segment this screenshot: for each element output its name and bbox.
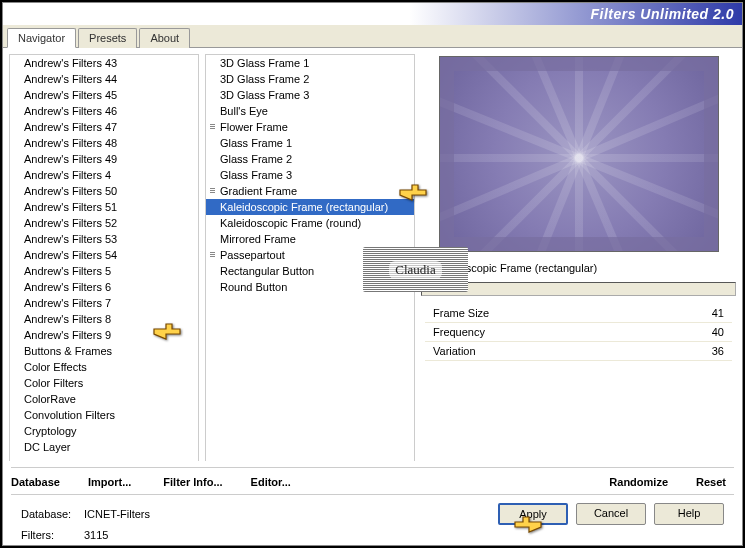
filter-item[interactable]: Gradient Frame: [206, 183, 414, 199]
filter-item[interactable]: Round Button: [206, 279, 414, 295]
import-button[interactable]: Import...: [88, 476, 131, 488]
filter-item[interactable]: Glass Frame 2: [206, 151, 414, 167]
category-item[interactable]: Buttons & Frames: [10, 343, 198, 359]
filter-item[interactable]: Flower Frame: [206, 119, 414, 135]
category-item[interactable]: Andrew's Filters 54: [10, 247, 198, 263]
app-title: Filters Unlimited 2.0: [590, 6, 734, 22]
cancel-button[interactable]: Cancel: [576, 503, 646, 525]
filter-item[interactable]: Rectangular Button: [206, 263, 414, 279]
reset-button[interactable]: Reset: [696, 476, 726, 488]
category-item[interactable]: Andrew's Filters 53: [10, 231, 198, 247]
category-item[interactable]: DC Layer: [10, 439, 198, 455]
category-item[interactable]: Andrew's Filters 51: [10, 199, 198, 215]
param-name: Variation: [433, 345, 476, 357]
filter-item[interactable]: Kaleidoscopic Frame (round): [206, 215, 414, 231]
database-button[interactable]: Database: [11, 476, 60, 488]
status-row-2: Filters: 3115: [11, 529, 734, 545]
param-name: Frame Size: [433, 307, 489, 319]
progress-bar: [421, 282, 736, 296]
main-panel: Andrew's Filters 43Andrew's Filters 44An…: [3, 48, 742, 461]
category-item[interactable]: Andrew's Filters 44: [10, 71, 198, 87]
filter-item[interactable]: Mirrored Frame: [206, 231, 414, 247]
filter-item[interactable]: Kaleidoscopic Frame (rectangular): [206, 199, 414, 215]
param-value: 41: [712, 307, 724, 319]
current-filter-name: Kaleidoscopic Frame (rectangular): [421, 258, 736, 278]
footer-area: Database Import... Filter Info... Editor…: [3, 461, 742, 545]
filter-item[interactable]: Glass Frame 1: [206, 135, 414, 151]
apply-button[interactable]: Apply: [498, 503, 568, 525]
category-item[interactable]: Color Filters: [10, 375, 198, 391]
db-label: Database:: [21, 508, 76, 520]
category-item[interactable]: Andrew's Filters 6: [10, 279, 198, 295]
param-value: 36: [712, 345, 724, 357]
category-item[interactable]: Andrew's Filters 52: [10, 215, 198, 231]
param-row[interactable]: Variation36: [425, 342, 732, 361]
action-row-1: Database Import... Filter Info... Editor…: [11, 472, 734, 492]
tab-presets[interactable]: Presets: [78, 28, 137, 48]
param-row[interactable]: Frame Size41: [425, 304, 732, 323]
category-item[interactable]: Andrew's Filters 50: [10, 183, 198, 199]
app-window: Filters Unlimited 2.0 NavigatorPresetsAb…: [2, 2, 743, 546]
parameter-list: Frame Size41Frequency40Variation36: [421, 300, 736, 461]
category-item[interactable]: Andrew's Filters 45: [10, 87, 198, 103]
category-item[interactable]: Andrew's Filters 43: [10, 55, 198, 71]
filter-list[interactable]: 3D Glass Frame 13D Glass Frame 23D Glass…: [205, 54, 415, 461]
category-item[interactable]: Color Effects: [10, 359, 198, 375]
category-item[interactable]: Andrew's Filters 7: [10, 295, 198, 311]
param-value: 40: [712, 326, 724, 338]
tab-strip: NavigatorPresetsAbout: [3, 25, 742, 48]
filter-item[interactable]: 3D Glass Frame 1: [206, 55, 414, 71]
tab-navigator[interactable]: Navigator: [7, 28, 76, 48]
category-item[interactable]: Andrew's Filters 48: [10, 135, 198, 151]
filter-item[interactable]: Passepartout: [206, 247, 414, 263]
preview-image: [439, 56, 719, 252]
editor-button[interactable]: Editor...: [251, 476, 291, 488]
category-item[interactable]: Andrew's Filters 4: [10, 167, 198, 183]
category-item[interactable]: Andrew's Filters 46: [10, 103, 198, 119]
help-button[interactable]: Help: [654, 503, 724, 525]
tab-about[interactable]: About: [139, 28, 190, 48]
filters-count: 3115: [84, 529, 108, 541]
filters-label: Filters:: [21, 529, 76, 541]
category-item[interactable]: Convolution Filters: [10, 407, 198, 423]
preview-area: [421, 54, 736, 254]
category-item[interactable]: Andrew's Filters 8: [10, 311, 198, 327]
right-panel: Kaleidoscopic Frame (rectangular) Frame …: [421, 54, 736, 461]
category-item[interactable]: Andrew's Filters 5: [10, 263, 198, 279]
category-list[interactable]: Andrew's Filters 43Andrew's Filters 44An…: [9, 54, 199, 461]
db-value: ICNET-Filters: [84, 508, 150, 520]
category-item[interactable]: Andrew's Filters 49: [10, 151, 198, 167]
param-row[interactable]: Frequency40: [425, 323, 732, 342]
filter-item[interactable]: Glass Frame 3: [206, 167, 414, 183]
filter-info-button[interactable]: Filter Info...: [163, 476, 222, 488]
category-item[interactable]: Andrew's Filters 47: [10, 119, 198, 135]
randomize-button[interactable]: Randomize: [609, 476, 668, 488]
title-bar: Filters Unlimited 2.0: [3, 3, 742, 25]
category-item[interactable]: Cryptology: [10, 423, 198, 439]
filter-item[interactable]: 3D Glass Frame 2: [206, 71, 414, 87]
category-item[interactable]: ColorRave: [10, 391, 198, 407]
status-row-1: Database: ICNET-Filters Apply Cancel Hel…: [11, 499, 734, 529]
param-name: Frequency: [433, 326, 485, 338]
filter-item[interactable]: 3D Glass Frame 3: [206, 87, 414, 103]
filter-item[interactable]: Bull's Eye: [206, 103, 414, 119]
category-item[interactable]: Andrew's Filters 9: [10, 327, 198, 343]
